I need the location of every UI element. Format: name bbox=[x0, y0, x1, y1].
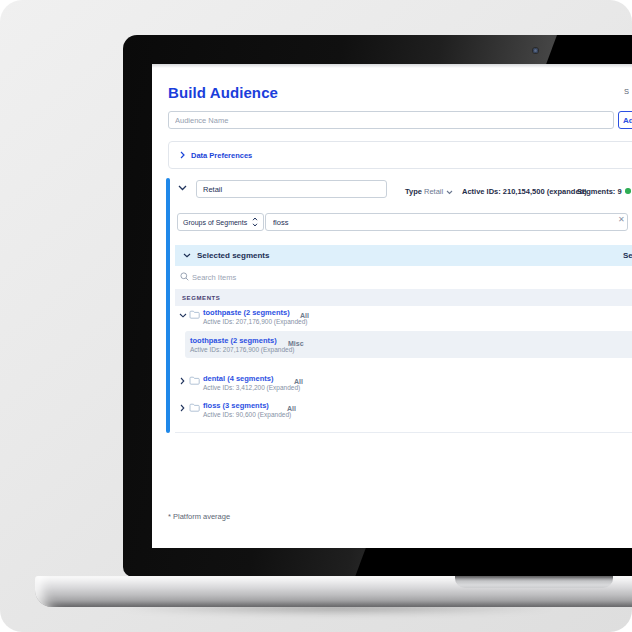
row-chevron-down-icon[interactable] bbox=[179, 313, 187, 318]
segment-tag: All bbox=[294, 378, 303, 385]
segment-link[interactable]: toothpaste (2 segments) bbox=[190, 336, 277, 345]
search-icon bbox=[180, 272, 189, 281]
folder-icon bbox=[189, 403, 200, 412]
audience-name-input[interactable] bbox=[168, 111, 614, 129]
segment-active-ids: Active IDs: 3,412,200 (Expanded) bbox=[203, 384, 300, 391]
selected-segments-header[interactable]: Selected segments Seg bbox=[175, 245, 632, 266]
folder-icon bbox=[189, 310, 200, 319]
segments-list-header-label: SEGMENTS bbox=[182, 295, 220, 301]
status-dot bbox=[625, 188, 631, 194]
segment-active-ids: Active IDs: 207,176,900 (Expanded) bbox=[190, 346, 294, 353]
row-chevron-right-icon[interactable] bbox=[180, 404, 185, 412]
sort-updown-icon bbox=[252, 217, 258, 227]
segments-count-stat: Segments: 9 bbox=[577, 187, 622, 196]
segments-list-header: SEGMENTS bbox=[175, 289, 632, 306]
row-chevron-right-icon[interactable] bbox=[180, 377, 185, 385]
type-value[interactable]: Retail bbox=[424, 187, 443, 196]
segment-link[interactable]: floss (3 segments) bbox=[203, 401, 269, 410]
segments-column-header: Seg bbox=[623, 251, 632, 260]
data-preferences-label: Data Preferences bbox=[191, 151, 252, 160]
platform-average-note: * Platform average bbox=[168, 512, 230, 521]
clear-search-icon[interactable]: ✕ bbox=[618, 216, 625, 224]
chevron-right-icon bbox=[180, 151, 185, 159]
laptop-screen: Build Audience S Ad Data Preferences Typ… bbox=[152, 64, 632, 548]
selected-segments-label: Selected segments bbox=[197, 251, 269, 260]
section-bottom-divider bbox=[175, 432, 632, 433]
groups-of-segments-select[interactable]: Groups of Segments bbox=[177, 213, 264, 231]
active-ids-stat: Active IDs: 210,154,500 (expanded) bbox=[462, 187, 587, 196]
laptop-lid-notch bbox=[455, 576, 613, 588]
laptop-base bbox=[35, 576, 632, 607]
search-items-input[interactable] bbox=[192, 270, 412, 284]
segment-tag: All bbox=[300, 312, 309, 319]
section-accent-bar bbox=[166, 178, 170, 433]
top-right-link[interactable]: S bbox=[624, 87, 629, 96]
segment-link[interactable]: dental (4 segments) bbox=[203, 374, 273, 383]
segment-tag: Misc bbox=[288, 340, 304, 347]
segment-active-ids: Active IDs: 207,176,900 (Expanded) bbox=[203, 318, 307, 325]
segment-link[interactable]: toothpaste (2 segments) bbox=[203, 308, 290, 317]
webcam-icon bbox=[533, 48, 538, 53]
segment-search-input[interactable] bbox=[265, 213, 628, 231]
page-title: Build Audience bbox=[168, 84, 278, 101]
type-label: Type bbox=[405, 187, 422, 196]
data-preferences-panel[interactable]: Data Preferences bbox=[168, 141, 632, 169]
groups-of-segments-label: Groups of Segments bbox=[183, 219, 247, 226]
section-collapse-chevron-down-icon[interactable] bbox=[178, 185, 187, 191]
chevron-down-icon bbox=[183, 253, 191, 258]
segment-active-ids: Active IDs: 90,600 (Expanded) bbox=[203, 411, 291, 418]
type-chevron-down-icon[interactable] bbox=[446, 190, 453, 195]
add-button[interactable]: Ad bbox=[618, 111, 632, 129]
segment-group-name-input[interactable] bbox=[196, 180, 387, 198]
background: Build Audience S Ad Data Preferences Typ… bbox=[0, 0, 632, 632]
folder-icon bbox=[189, 376, 200, 385]
segment-tag: All bbox=[287, 405, 296, 412]
